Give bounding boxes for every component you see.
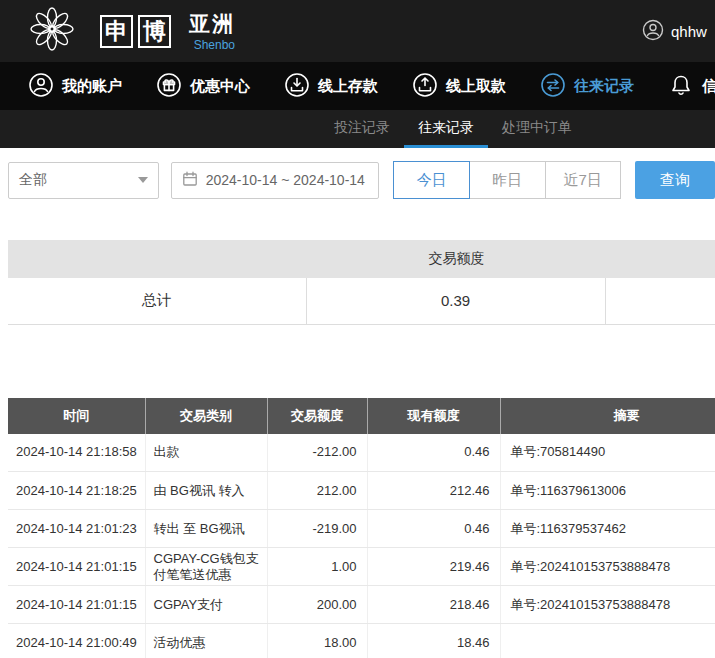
chevron-down-icon: [138, 177, 148, 183]
username-label: qhhw: [671, 23, 707, 40]
flower-logo-icon: [26, 3, 78, 59]
cell-amount: 18.00: [267, 624, 367, 658]
records-tab-bar: 投注记录 往来记录 处理中订单: [0, 110, 715, 148]
cell-amount: 200.00: [267, 586, 367, 624]
cell-amount: -212.00: [267, 434, 367, 472]
cell-amount: 212.00: [267, 472, 367, 510]
tab-transaction-records[interactable]: 往来记录: [404, 110, 488, 148]
date-range-value: 2024-10-14 ~ 2024-10-14: [206, 172, 365, 188]
search-button[interactable]: 查询: [635, 161, 715, 199]
cell-amount: 1.00: [267, 548, 367, 586]
nav-item-label: 线上取款: [446, 77, 506, 96]
nav-item-label: 线上存款: [318, 77, 378, 96]
filter-bar: 全部 2024-10-14 ~ 2024-10-14 今日 昨日 近7日 查询: [0, 148, 715, 212]
promo-gift-icon: [156, 72, 182, 101]
brand-region-block: 亚洲 Shenbo: [189, 10, 235, 52]
bell-icon: [668, 72, 694, 101]
cell-balance: 0.46: [367, 510, 500, 548]
cell-type: 活动优惠: [145, 624, 267, 658]
table-row: 2024-10-14 21:18:25 由 BG视讯 转入 212.00 212…: [8, 472, 715, 510]
cell-type: CGPAY-CG钱包支付笔笔送优惠: [145, 548, 267, 586]
col-header-memo: 摘要: [500, 398, 715, 434]
cell-type: 由 BG视讯 转入: [145, 472, 267, 510]
cell-memo: 单号:202410153753888478: [500, 586, 715, 624]
records-header-row: 时间 交易类别 交易额度 现有额度 摘要: [8, 398, 715, 434]
cell-time: 2024-10-14 21:18:25: [8, 472, 145, 510]
withdraw-icon: [412, 72, 438, 101]
summary-total-label: 总计: [8, 278, 306, 324]
cell-balance: 212.46: [367, 472, 500, 510]
type-select-value: 全部: [19, 171, 47, 189]
user-avatar-icon: [642, 19, 664, 44]
account-icon: [28, 72, 54, 101]
cell-time: 2024-10-14 21:01:15: [8, 548, 145, 586]
brand-logo: 申 博 亚洲 Shenbo: [26, 3, 235, 59]
tab-betting-records[interactable]: 投注记录: [320, 110, 404, 148]
summary-header-row: 交易额度: [8, 240, 715, 278]
cell-type: 转出 至 BG视讯: [145, 510, 267, 548]
brand-char-shen: 申: [100, 15, 133, 48]
cell-memo: 单号:705814490: [500, 434, 715, 472]
cell-time: 2024-10-14 21:18:58: [8, 434, 145, 472]
table-row: 2024-10-14 21:01:23 转出 至 BG视讯 -219.00 0.…: [8, 510, 715, 548]
records-table: 时间 交易类别 交易额度 现有额度 摘要 2024-10-14 21:18:58…: [8, 398, 715, 658]
brand-name-boxes: 申 博: [100, 15, 171, 48]
cell-amount: -219.00: [267, 510, 367, 548]
tab-label: 往来记录: [418, 119, 474, 137]
cell-time: 2024-10-14 21:00:49: [8, 624, 145, 658]
topbar: 申 博 亚洲 Shenbo qhhw: [0, 0, 715, 62]
brand-char-bo: 博: [138, 15, 171, 48]
col-header-type: 交易类别: [145, 398, 267, 434]
nav-item-label: 我的账户: [62, 77, 122, 96]
cell-balance: 0.46: [367, 434, 500, 472]
cell-balance: 218.46: [367, 586, 500, 624]
type-select[interactable]: 全部: [8, 162, 159, 199]
nav-item-label: 往来记录: [574, 77, 634, 96]
records-exchange-icon: [540, 72, 566, 101]
cell-time: 2024-10-14 21:01:15: [8, 586, 145, 624]
deposit-icon: [284, 72, 310, 101]
nav-item-online-withdrawal[interactable]: 线上取款: [412, 72, 506, 101]
table-row: 2024-10-14 21:01:15 CGPAY支付 200.00 218.4…: [8, 586, 715, 624]
date-range-input[interactable]: 2024-10-14 ~ 2024-10-14: [171, 162, 380, 199]
cell-type: 出款: [145, 434, 267, 472]
nav-item-label: 优惠中心: [190, 77, 250, 96]
tab-label: 处理中订单: [502, 119, 572, 137]
summary-total-row: 总计 0.39: [8, 278, 715, 324]
calendar-icon: [182, 171, 198, 190]
table-row: 2024-10-14 21:01:15 CGPAY-CG钱包支付笔笔送优惠 1.…: [8, 548, 715, 586]
nav-item-message-center[interactable]: 信: [668, 72, 715, 101]
tab-label: 投注记录: [334, 119, 390, 137]
col-header-amount: 交易额度: [267, 398, 367, 434]
table-row: 2024-10-14 21:18:58 出款 -212.00 0.46 单号:7…: [8, 434, 715, 472]
cell-balance: 18.46: [367, 624, 500, 658]
table-row: 2024-10-14 21:00:49 活动优惠 18.00 18.46: [8, 624, 715, 658]
tab-processing-orders[interactable]: 处理中订单: [488, 110, 586, 148]
col-header-balance: 现有额度: [367, 398, 500, 434]
main-navigation: 我的账户 优惠中心 线上存款 线上取款: [0, 62, 715, 110]
user-account-menu[interactable]: qhhw: [642, 0, 707, 62]
nav-item-online-deposit[interactable]: 线上存款: [284, 72, 378, 101]
cell-time: 2024-10-14 21:01:23: [8, 510, 145, 548]
summary-header: 交易额度: [8, 240, 715, 278]
nav-item-label: 信: [702, 77, 715, 96]
last-7-days-button[interactable]: 近7日: [545, 161, 622, 199]
col-header-time: 时间: [8, 398, 145, 434]
nav-item-transaction-records[interactable]: 往来记录: [540, 72, 634, 101]
cell-memo: 单号:116379613006: [500, 472, 715, 510]
cell-type: CGPAY支付: [145, 586, 267, 624]
nav-item-my-account[interactable]: 我的账户: [28, 72, 122, 101]
cell-balance: 219.46: [367, 548, 500, 586]
brand-latin: Shenbo: [194, 38, 235, 52]
brand-region: 亚洲: [189, 10, 235, 38]
summary-table: 交易额度 总计 0.39: [8, 240, 715, 325]
cell-memo: [500, 624, 715, 658]
summary-empty-cell: [605, 278, 715, 324]
summary-total-value: 0.39: [306, 278, 605, 324]
cell-memo: 单号:116379537462: [500, 510, 715, 548]
nav-item-promo-center[interactable]: 优惠中心: [156, 72, 250, 101]
cell-memo: 单号:202410153753888478: [500, 548, 715, 586]
yesterday-button[interactable]: 昨日: [469, 161, 546, 199]
today-button[interactable]: 今日: [393, 161, 470, 199]
